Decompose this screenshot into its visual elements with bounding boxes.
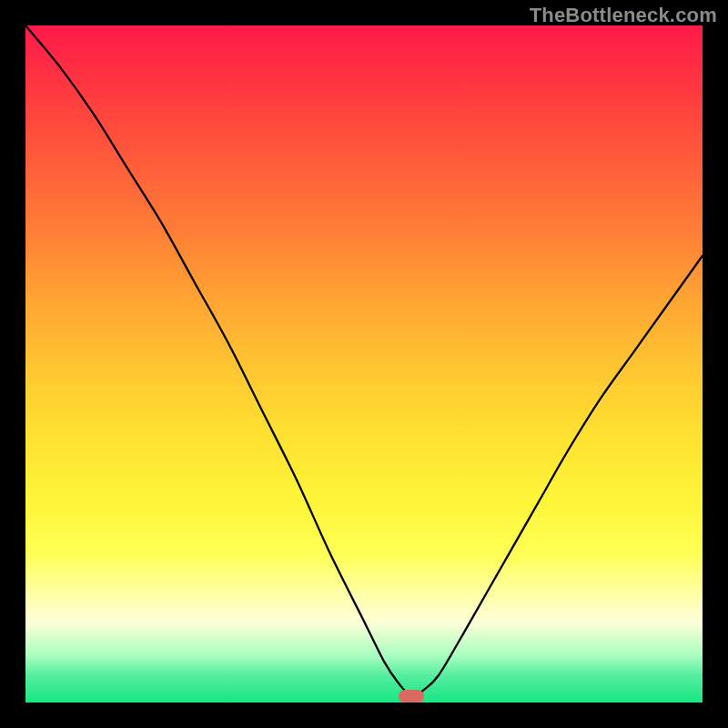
plot-area xyxy=(25,25,703,703)
bottleneck-curve xyxy=(25,25,703,703)
chart-frame: TheBottleneck.com xyxy=(0,0,728,728)
watermark-text: TheBottleneck.com xyxy=(530,4,717,27)
optimum-marker xyxy=(399,690,424,703)
